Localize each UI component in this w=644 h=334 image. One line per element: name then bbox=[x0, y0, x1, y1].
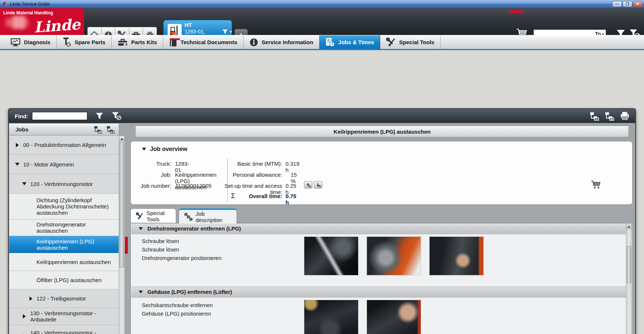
tab-label: Special Tools bbox=[399, 39, 434, 45]
linde-logo: Linde Material Handling Linde bbox=[0, 8, 84, 35]
job-number-value: J12830012005 bbox=[175, 183, 211, 189]
tree-item[interactable]: Ölfilter (LPG) austauschen bbox=[9, 271, 119, 289]
step-photo[interactable] bbox=[429, 236, 484, 275]
section-steps: Schraube lösen Schraube lösen Drehstromg… bbox=[142, 237, 221, 263]
job-description-panel: Drehstromgenerator entfernen (LPG) Schra… bbox=[130, 223, 633, 334]
sidebar-scrollbar[interactable] bbox=[119, 136, 125, 334]
sidebar-expand-tree-button[interactable] bbox=[106, 125, 115, 134]
step-text: Schraube lösen bbox=[142, 246, 221, 254]
tab-jobs-times[interactable]: Jobs & Times bbox=[319, 35, 380, 49]
find-label: Find: bbox=[15, 113, 28, 119]
funnel-off-icon bbox=[112, 112, 122, 120]
svg-text:1: 1 bbox=[185, 213, 187, 216]
step-text: Gehäuse (LPG) positionieren bbox=[142, 310, 213, 318]
tree-item-label: 122 - Treibgasmotor bbox=[36, 295, 86, 302]
tree-item[interactable]: Dichtung (Zylinderkopf Abdeckung Dichtma… bbox=[9, 194, 119, 219]
tree-item[interactable]: Drehstromgenerator austauschen bbox=[9, 219, 119, 236]
caret-down-icon: ▾ bbox=[230, 29, 232, 34]
step-text: Drehstromgenerator positionieren bbox=[142, 254, 221, 263]
find-bar: Find: bbox=[9, 109, 635, 123]
section-steps: Sechskantschraube entfernen Gehäuse (LPG… bbox=[142, 301, 213, 318]
tab-diagnosis[interactable]: Diagnosis bbox=[0, 35, 57, 49]
window-titlebar: Linde Service Guide — ❐ ✕ bbox=[0, 0, 644, 8]
content-scrollbar[interactable] bbox=[626, 224, 632, 334]
job-overview-header[interactable]: Job overview bbox=[142, 146, 187, 152]
section-title: Drehstromgenerator entfernen (LPG) bbox=[147, 226, 241, 232]
close-button[interactable]: ✕ bbox=[633, 1, 643, 7]
module-tab-bar: Diagnosis Spare Parts Parts Kits Technic… bbox=[0, 35, 644, 49]
tree-item-label: 120 - Verbrennungsmotor bbox=[30, 181, 93, 187]
funnel-icon bbox=[95, 112, 104, 120]
tree-item-label: Ölfilter (LPG) austauschen bbox=[36, 277, 102, 283]
find-filter-button[interactable] bbox=[95, 112, 104, 120]
allowance-label: Personal allowance: bbox=[231, 172, 282, 178]
tab-label: Special Tools bbox=[147, 210, 171, 222]
steps-icon: 1 2 3 bbox=[184, 212, 193, 221]
scroll-up-button[interactable] bbox=[626, 224, 631, 229]
red-indicator bbox=[170, 38, 180, 40]
truck-label: Truck: bbox=[138, 161, 171, 167]
expand-tree-button[interactable] bbox=[605, 111, 615, 121]
page-title-bar: Keilrippenriemen (LPG) austauschen bbox=[135, 126, 629, 137]
add-to-cart-button[interactable] bbox=[591, 180, 602, 190]
tree-expand-icon bbox=[106, 125, 115, 134]
tab-special-tools-detail[interactable]: Special Tools bbox=[130, 208, 176, 223]
scrollbar-thumb[interactable] bbox=[119, 142, 124, 267]
step-photo[interactable] bbox=[304, 300, 358, 334]
step-photo[interactable] bbox=[367, 300, 421, 334]
tree-item-label: 00 - Produktinformation Allgemein bbox=[23, 142, 106, 148]
section-header[interactable]: Gehäuse (LPG) entfernen (Lüfter) bbox=[131, 286, 626, 298]
step-photo[interactable] bbox=[304, 236, 358, 275]
cart-icon bbox=[591, 180, 602, 190]
parts-kit-icon bbox=[118, 38, 128, 47]
jobs-times-icon bbox=[325, 37, 335, 47]
tab-spare-parts[interactable]: Spare Parts bbox=[57, 35, 112, 49]
logo-blur-patch bbox=[13, 16, 25, 29]
overall-time-value: 0.75 h bbox=[286, 193, 296, 205]
tab-label: Diagnosis bbox=[24, 39, 50, 45]
tree-item[interactable]: 120 - Verbrennungsmotor bbox=[9, 174, 119, 194]
tree-item[interactable]: 122 - Treibgasmotor bbox=[9, 289, 119, 308]
tree-item-selected[interactable]: Keilrippenriemen (LPG) austauschen bbox=[9, 236, 119, 253]
monitor-icon bbox=[10, 38, 21, 47]
increase-setup-time-button[interactable] bbox=[304, 181, 312, 189]
printer-icon bbox=[620, 111, 630, 121]
tree-item-label: Drehstromgenerator austauschen bbox=[36, 221, 116, 234]
print-button[interactable] bbox=[620, 111, 630, 121]
maximize-button[interactable]: ❐ bbox=[623, 1, 632, 7]
tab-job-description[interactable]: 1 2 3 Job description bbox=[179, 208, 237, 224]
tab-service-information[interactable]: Service Information bbox=[244, 35, 319, 49]
tab-technical-documents[interactable]: Technical Documents bbox=[163, 35, 244, 49]
allowance-value: 15 % bbox=[291, 172, 297, 184]
tree-item[interactable]: 10 - Motor Allgemein bbox=[9, 155, 119, 174]
tree-item[interactable]: 130 - Verbrennungsmotor - Anbauteile bbox=[9, 308, 119, 325]
spare-parts-icon bbox=[63, 38, 71, 47]
scroll-up-button[interactable] bbox=[119, 136, 125, 141]
window-body: Jobs bbox=[9, 123, 635, 334]
sidebar-collapse-tree-button[interactable] bbox=[94, 125, 102, 134]
tab-label: Parts Kits bbox=[131, 39, 157, 45]
find-input[interactable] bbox=[32, 112, 87, 120]
truck-value: 1283-01 bbox=[175, 161, 189, 173]
step-photo[interactable] bbox=[367, 236, 421, 275]
red-indicator bbox=[510, 10, 524, 13]
minimize-button[interactable]: — bbox=[612, 1, 622, 7]
decrease-setup-time-button[interactable] bbox=[314, 181, 322, 189]
section-header[interactable]: Drehstromgenerator entfernen (LPG) bbox=[131, 223, 626, 234]
tree-item[interactable]: Keilrippenriemen austauschen bbox=[9, 253, 119, 271]
tree-collapse-icon bbox=[589, 111, 599, 121]
find-filter-clear-button[interactable] bbox=[112, 112, 122, 120]
sidebar-title: Jobs bbox=[15, 126, 94, 133]
tree-expand-icon bbox=[605, 111, 615, 121]
step-text: Sechskantschraube entfernen bbox=[142, 301, 213, 310]
tab-special-tools[interactable]: Special Tools bbox=[380, 35, 441, 49]
scrollbar-thumb[interactable] bbox=[627, 246, 631, 283]
tree-item[interactable]: 140 - Verbrennungsmotor - Abgasanlage bbox=[9, 325, 119, 334]
collapse-tree-button[interactable] bbox=[589, 111, 599, 121]
tab-parts-kits[interactable]: Parts Kits bbox=[112, 35, 163, 49]
wrench-icon bbox=[386, 38, 396, 47]
tree-item[interactable]: 00 - Produktinformation Allgemein bbox=[9, 136, 119, 155]
step-text: Schraube lösen bbox=[142, 237, 221, 246]
truck-filter-dropdown[interactable]: ▾ bbox=[222, 29, 232, 35]
tree-item-label: Keilrippenriemen austauschen bbox=[36, 259, 111, 265]
